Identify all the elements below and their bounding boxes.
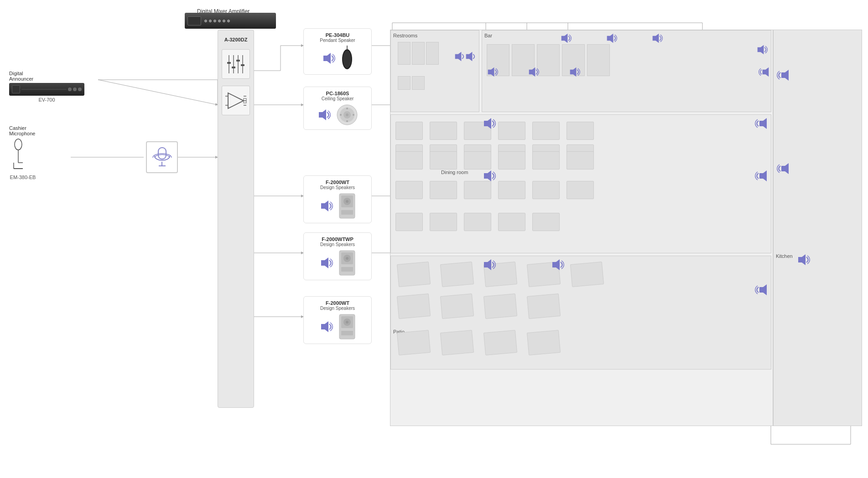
patio-area: Patio (390, 256, 771, 370)
speaker-bar-1 (560, 33, 572, 46)
svg-marker-96 (759, 170, 767, 181)
svg-marker-108 (781, 163, 789, 174)
speaker-patio-right (754, 283, 769, 298)
svg-marker-101 (759, 284, 767, 295)
speaker-dining-right (754, 170, 769, 184)
svg-marker-97 (484, 118, 491, 129)
svg-rect-88 (341, 331, 353, 335)
speaker-bar-2 (605, 33, 618, 46)
svg-line-0 (98, 80, 218, 105)
speaker-restroom-2 (464, 51, 477, 64)
speaker-right-top (776, 69, 790, 83)
svg-marker-77 (321, 257, 328, 268)
svg-marker-103 (529, 67, 535, 77)
speaker-top-2 (527, 67, 540, 79)
svg-rect-82 (341, 267, 353, 272)
restrooms-area: Restrooms (390, 30, 479, 112)
svg-marker-89 (455, 52, 462, 62)
svg-marker-95 (484, 170, 491, 181)
digital-announcer: Digital Announcer EV-700 (9, 71, 84, 103)
svg-point-68 (353, 114, 354, 116)
dining-area: Dining room (390, 114, 771, 253)
svg-rect-41 (236, 60, 240, 62)
speaker-dining-1 (482, 170, 497, 184)
product-pc1860s: PC-1860S Ceiling Speaker (303, 87, 372, 130)
product-type-2: Ceiling Speaker (307, 96, 368, 101)
amplifier-body: A-3200DZ (218, 30, 254, 408)
svg-marker-83 (321, 321, 328, 332)
speaker-patio-2 (551, 258, 565, 273)
triangle-component (222, 86, 250, 115)
svg-point-66 (346, 113, 348, 116)
bar-area: Bar (482, 30, 771, 112)
svg-marker-105 (763, 67, 769, 77)
svg-marker-58 (323, 53, 331, 64)
cashier-microphone: Cashier Microphone EM-380-EB (9, 125, 36, 180)
svg-point-61 (343, 51, 351, 68)
svg-marker-93 (653, 34, 659, 43)
product-type-4: Design Speakers (307, 242, 368, 247)
mic-input-box (146, 141, 178, 173)
svg-rect-76 (341, 210, 353, 215)
speaker-bar-3 (651, 33, 664, 46)
product-name-5: F-2000WT (307, 300, 368, 306)
product-name-2: PC-1860S (307, 91, 368, 96)
amp-model-label: A-3200DZ (224, 37, 248, 42)
svg-rect-40 (232, 67, 235, 68)
amplifier-hardware (185, 13, 276, 29)
product-type-5: Design Speakers (307, 306, 368, 311)
em380-model: EM-380-EB (9, 175, 36, 180)
speaker-bar-right (756, 44, 769, 57)
speaker-kitchen (796, 253, 811, 268)
sliders-component (222, 49, 250, 79)
speaker-right-mid (776, 162, 790, 177)
svg-marker-90 (466, 52, 473, 62)
svg-marker-98 (759, 118, 767, 129)
bar-label: Bar (484, 33, 492, 38)
svg-marker-91 (561, 34, 568, 43)
product-name-1: PE-304BU (307, 32, 368, 38)
ev700-device (9, 83, 84, 96)
svg-point-81 (346, 257, 348, 260)
speaker-dining-tl (482, 117, 497, 132)
product-f2000wt-1: F-2000WT Design Speakers (303, 175, 372, 223)
svg-point-87 (346, 321, 348, 324)
speaker-top-4 (758, 67, 770, 79)
microphone-image (9, 138, 36, 172)
product-f2000wtwp: F-2000WTWP Design Speakers (303, 232, 372, 280)
svg-point-69 (346, 108, 348, 109)
svg-point-67 (340, 114, 342, 116)
product-pe304bu: PE-304BU Pendant Speaker (303, 28, 372, 75)
diagram-container: Digital Mixer Amplifier A-3200DZ (0, 0, 868, 478)
cashier-label: Cashier Microphone (9, 125, 36, 136)
svg-rect-39 (227, 62, 231, 64)
svg-marker-106 (798, 254, 806, 265)
svg-marker-43 (228, 93, 244, 108)
svg-marker-94 (758, 45, 764, 55)
svg-marker-100 (552, 259, 560, 270)
ev700-model: EV-700 (9, 97, 84, 103)
svg-marker-71 (321, 200, 328, 211)
svg-marker-62 (319, 109, 326, 120)
speaker-patio-1 (482, 258, 497, 273)
svg-marker-92 (607, 34, 613, 43)
restrooms-label: Restrooms (393, 33, 417, 38)
svg-marker-107 (781, 70, 789, 81)
svg-point-50 (15, 139, 22, 150)
main-room: Restrooms (390, 30, 773, 426)
svg-point-70 (346, 120, 348, 122)
product-name-4: F-2000WTWP (307, 236, 368, 242)
svg-marker-99 (484, 259, 491, 270)
speaker-dining-tr (754, 117, 769, 132)
product-type-3: Design Speakers (307, 185, 368, 190)
product-type-1: Pendant Speaker (307, 38, 368, 43)
dining-label: Dining room (441, 170, 468, 175)
kitchen-label: Kitchen (776, 253, 793, 259)
svg-rect-42 (241, 64, 244, 66)
speaker-top-1 (486, 67, 499, 79)
svg-point-75 (346, 200, 348, 203)
svg-marker-104 (570, 67, 577, 77)
product-f2000wt-2: F-2000WT Design Speakers (303, 296, 372, 344)
speaker-top-3 (568, 67, 581, 79)
announcer-label: Digital Announcer (9, 71, 84, 82)
